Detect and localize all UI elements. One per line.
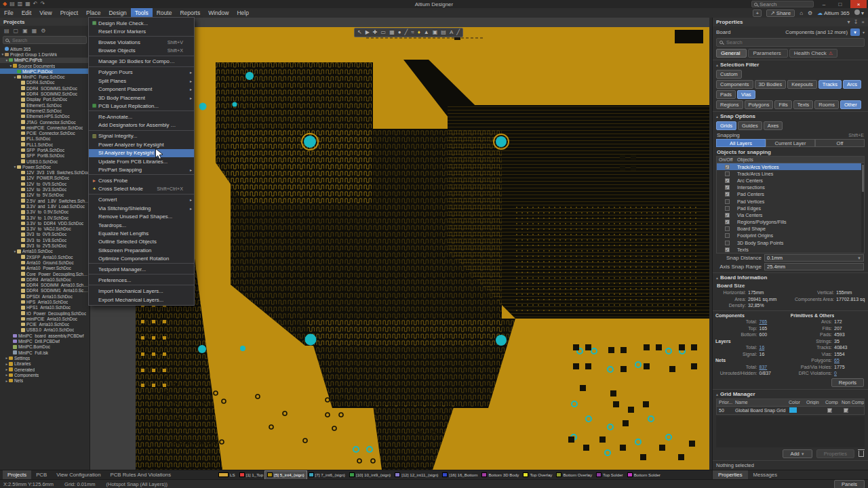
tree-item[interactable]: USB3.0.SchDoc (0, 159, 90, 164)
comp-checkbox[interactable]: ✓ (827, 408, 832, 413)
properties-search[interactable] (716, 38, 865, 47)
filter-funnel-icon[interactable]: ▼ (850, 28, 860, 36)
checkbox[interactable] (725, 178, 730, 183)
tree-item[interactable]: PLL1.SchDoc (0, 142, 90, 147)
menu-item[interactable]: Manage 3D Bodies for Components on Board… (89, 58, 194, 67)
properties-tab[interactable]: Parameters (748, 49, 787, 58)
checkbox[interactable] (725, 247, 730, 252)
settings-gear-icon[interactable]: ⚙ (808, 10, 812, 16)
menu-item[interactable]: Browse Objects Shift+X (89, 47, 194, 56)
toolbar-icon[interactable]: ▭ (381, 28, 387, 37)
grid-color-swatch[interactable] (789, 407, 797, 413)
tree-item[interactable]: Components (0, 372, 90, 378)
tree-item[interactable]: DDR4_SODIMM_Arria10.SchDoc (0, 282, 90, 287)
altium365-status[interactable]: ☁ Altium 365 (817, 10, 850, 16)
tree-item[interactable]: Arria10_Power.SchDoc (0, 266, 90, 271)
menu-item[interactable]: Cross Probe (89, 176, 194, 184)
snap-mode-button[interactable]: Guides (738, 121, 762, 130)
tree-item[interactable]: Arria10.SchDoc (0, 249, 90, 254)
toolbar-icon[interactable]: A (450, 28, 453, 37)
filter-toggle-button[interactable]: Other (840, 100, 861, 109)
tree-item[interactable]: DDR4_Arria10.SchDoc (0, 277, 90, 282)
menu-item[interactable]: SI Analyzer by Keysight (89, 149, 194, 157)
filter-toggle-button[interactable]: Rooms (814, 100, 839, 109)
menu-bar-item[interactable]: File (0, 8, 18, 18)
tree-item[interactable]: Core_Power_Decoupling.SchDoc (0, 271, 90, 277)
menu-item[interactable]: Design Rule Check... (89, 19, 194, 27)
toolbar-icon[interactable]: ╱ (405, 28, 408, 37)
section-selection-filter[interactable]: ▴ Selection Filter (713, 60, 868, 69)
new-icon[interactable]: ▦ (25, 1, 31, 7)
toolbar-icon[interactable]: ♦ (418, 28, 420, 37)
menu-item[interactable]: Preferences... (89, 276, 194, 285)
close-icon[interactable]: × (861, 19, 865, 25)
filter-toggle-button[interactable]: Texts (793, 100, 814, 109)
delete-grid-icon[interactable] (859, 451, 864, 457)
add-grid-button[interactable]: Add ▼ (783, 449, 812, 458)
toolbar-icon[interactable]: ↖ (357, 28, 362, 37)
tree-item[interactable]: 3.3V_to_0.9V.SchDoc (0, 209, 90, 215)
snap-object-row[interactable]: Pad Centers (717, 191, 864, 198)
menu-item[interactable]: Split Planes (89, 77, 194, 85)
snap-object-row[interactable]: Via Centers (717, 211, 864, 218)
checkbox[interactable] (725, 233, 730, 238)
filter-toggle-button[interactable]: 3D Bodies (755, 80, 787, 89)
tree-item[interactable]: Project Group 1.DsnWrk (0, 52, 90, 57)
layer-tab[interactable]: [7] 7_int6_(sign) (307, 471, 347, 479)
tree-item[interactable]: 3V3_to_2V5.SchDoc (0, 243, 90, 248)
menu-bar-item[interactable]: Tools (131, 8, 153, 18)
tree-item[interactable]: DPSDI_Arria10.SchDoc (0, 293, 90, 299)
checkbox[interactable] (725, 241, 730, 245)
layer-tab[interactable]: Bottom Overlay (554, 471, 594, 479)
grid-row[interactable]: 50 Global Board Snap Grid ✓ ✓ (717, 407, 864, 414)
tree-item[interactable]: MiniPC.BomDoc (0, 344, 90, 350)
menu-item[interactable]: PCB Layout Replication... (89, 102, 194, 111)
tree-item[interactable]: 3V3_to_1V8.SchDoc (0, 237, 90, 243)
menu-item[interactable]: Cross Select Mode Shift+Ctrl+X (89, 185, 194, 195)
properties-search-input[interactable] (725, 39, 861, 46)
snapping-segment[interactable]: All Layers (716, 139, 766, 147)
tree-item[interactable]: SFP_PortB.SchDoc (0, 153, 90, 159)
tree-item[interactable]: 12V_to_0V9.SchDoc (0, 181, 90, 186)
panel-tab[interactable]: View Configuration (52, 470, 105, 479)
folders-icon[interactable]: ▣ (22, 28, 28, 34)
snap-object-row[interactable]: Footprint Origins (717, 232, 864, 239)
snap-object-row[interactable]: 3D Body Snap Points (717, 239, 864, 246)
tree-item[interactable]: Ethernet-HPS.SchDoc (0, 114, 90, 119)
checkbox[interactable] (725, 165, 730, 169)
layer-tab[interactable]: Bottom Solder (625, 471, 663, 479)
menu-item[interactable]: Testpoint Manager... (89, 265, 194, 274)
panel-tab[interactable]: Messages (748, 470, 783, 479)
tree-item[interactable]: HPS1_Arria10.SchDoc (0, 305, 90, 310)
tree-item[interactable]: Altium 365 (0, 46, 90, 52)
filter-toggle-button[interactable]: Tracks (818, 80, 842, 89)
menu-item[interactable]: Polygon Pours (89, 68, 194, 77)
layer-tab[interactable]: [5] 5_int4_(sign) (265, 471, 306, 479)
section-snap-options[interactable]: ▴ Snap Options (713, 111, 868, 121)
menu-item[interactable]: Silkscreen Preparation (89, 246, 194, 254)
menu-item[interactable]: Add Designators for Assembly Drawing (89, 121, 194, 131)
menu-item[interactable]: Remove Unused Pad Shapes... (89, 212, 194, 220)
toolbar-icon[interactable]: ▣ (433, 28, 438, 37)
snap-mode-button[interactable]: Axes (764, 121, 783, 130)
save-icon[interactable]: ▤ (9, 1, 15, 7)
tree-item[interactable]: 3.3V_to_DDR4_VDD.SchDoc (0, 220, 90, 226)
toolbar-icon[interactable]: ╱ (456, 28, 460, 37)
toolbar-icon[interactable]: ✚ (373, 28, 378, 37)
snap-distance-select[interactable]: 0.1mm ▼ (764, 254, 864, 262)
minimize-button[interactable]: – (818, 0, 830, 8)
toolbar-icon[interactable]: ▤ (441, 28, 446, 37)
tree-item[interactable]: Display_Port.SchDoc (0, 97, 90, 102)
toolbar-icon[interactable]: ▲ (424, 28, 429, 37)
layer-tab[interactable]: [12] 12_int11_(sign) (393, 471, 440, 479)
menu-bar-item[interactable]: View (35, 8, 56, 18)
tree-item[interactable]: PLL.SchDoc (0, 136, 90, 142)
filter-dropdown-icon[interactable]: ▾ (863, 30, 865, 35)
panel-tab[interactable]: PCB (31, 470, 52, 479)
tree-item[interactable]: miniPCIE_Arria10.SchDoc (0, 316, 90, 321)
global-search[interactable]: Search (751, 1, 814, 7)
menu-bar-item[interactable]: Route (153, 8, 176, 18)
menu-item[interactable]: Reset Error Markers (89, 27, 194, 37)
menu-bar-item[interactable]: Help (233, 8, 252, 18)
tree-item[interactable]: MiniPC_board_assembly.PCBDwf (0, 333, 90, 338)
